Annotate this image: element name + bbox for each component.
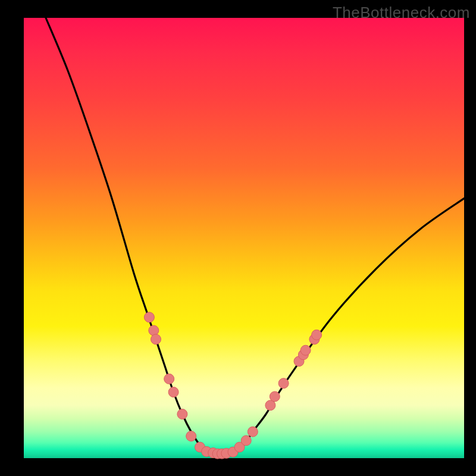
highlight-dot (300, 345, 311, 355)
watermark-text: TheBottleneck.com (333, 4, 470, 22)
highlight-dot (186, 431, 196, 441)
highlight-dot (144, 312, 154, 322)
highlight-dot (177, 409, 187, 419)
curve-path-group (46, 18, 464, 454)
highlight-dot (278, 378, 289, 389)
plot-area (24, 18, 464, 458)
highlight-dot (149, 325, 159, 336)
bottleneck-curve-svg (24, 18, 464, 458)
highlight-dot (241, 436, 251, 446)
bottleneck-curve (46, 18, 464, 454)
highlight-dot (151, 334, 161, 345)
highlight-dot (168, 387, 178, 397)
highlight-dot (312, 330, 322, 340)
chart-frame: TheBottleneck.com (0, 0, 476, 476)
highlight-dot (248, 427, 258, 437)
highlight-dot (164, 374, 174, 384)
highlight-dot (270, 392, 280, 402)
